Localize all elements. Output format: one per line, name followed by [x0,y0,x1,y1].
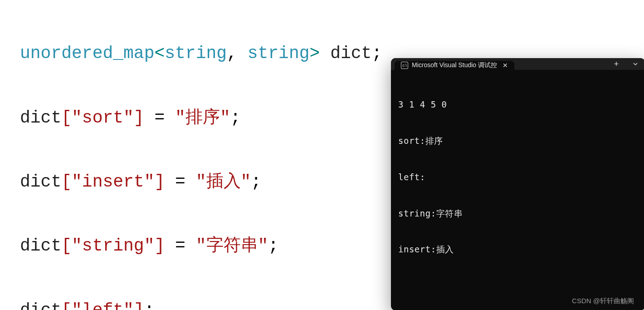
bracket-close-token: ] [134,108,144,128]
bracket-open-token: [ [61,236,72,256]
bracket-open-token: [ [61,172,72,192]
string-token: "字符串" [196,236,268,256]
terminal-output[interactable]: 3 1 4 5 0 sort:排序 left: string:字符串 inser… [391,70,644,310]
identifier-token: dict [330,44,371,63]
terminal-tab[interactable]: c:\ Microsoft Visual Studio 调试控 ✕ [395,61,514,70]
new-tab-button[interactable]: + [607,58,626,70]
identifier-token: dict [20,236,61,256]
terminal-line: string:字符串 [398,207,638,220]
close-tab-button[interactable]: ✕ [501,61,510,70]
type-token: unordered_map [20,44,154,63]
identifier-token: dict [20,172,61,192]
terminal-line: left: [398,171,638,183]
terminal-line: 3 1 4 5 0 [398,98,638,111]
semicolon-token: ; [268,236,278,256]
identifier-token: dict [20,108,61,128]
identifier-token: dict [20,300,61,310]
string-token: "插入" [196,172,251,192]
tab-dropdown-button[interactable] [626,58,644,70]
angle-close-token: > [310,44,320,63]
semicolon-token: ; [230,108,241,128]
bracket-close-token: ] [134,300,144,310]
string-token: "insert" [72,172,154,192]
semicolon-token: ; [251,172,261,192]
string-token: "sort" [72,108,134,128]
terminal-icon: c:\ [401,62,408,69]
terminal-tab-title: Microsoft Visual Studio 调试控 [412,61,497,69]
assign-token: = [144,108,175,128]
semicolon-token: ; [144,300,155,310]
bracket-open-token: [ [61,108,72,128]
bracket-close-token: ] [154,236,165,256]
debug-console-window[interactable]: c:\ Microsoft Visual Studio 调试控 ✕ + 3 1 … [391,58,644,310]
titlebar-spacer[interactable] [514,58,607,70]
semicolon-token: ; [371,44,382,63]
string-token: "left" [72,300,134,310]
bracket-close-token: ] [154,172,165,192]
terminal-line: sort:排序 [398,135,638,147]
angle-open-token: < [154,44,165,63]
type-token: string [165,44,227,63]
bracket-open-token: [ [61,300,72,310]
terminal-line: insert:插入 [398,243,638,256]
terminal-line [398,280,638,292]
watermark-text: CSDN @轩轩曲觞阁 [572,297,634,305]
string-token: "排序" [175,108,230,128]
assign-token: = [165,236,195,256]
type-token: string [248,44,310,63]
chevron-down-icon [633,61,638,67]
string-token: "string" [72,236,154,256]
assign-token: = [165,172,195,192]
comma-token: , [227,44,248,63]
terminal-titlebar[interactable]: c:\ Microsoft Visual Studio 调试控 ✕ + [391,58,644,70]
